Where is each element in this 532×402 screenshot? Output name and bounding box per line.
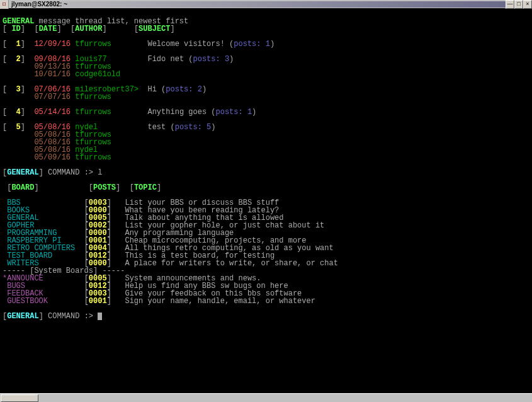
terminal[interactable]: GENERAL message thread list, newest firs… (0, 9, 532, 393)
window-title: jlyman@SX2802: ~ (9, 1, 506, 8)
minimize-button[interactable]: — (506, 0, 514, 9)
taskbar[interactable] (0, 393, 532, 402)
app-icon: ⌑ (0, 0, 9, 9)
taskbar-button[interactable] (1, 394, 38, 402)
maximize-button[interactable]: □ (514, 0, 523, 9)
close-button[interactable]: × (523, 0, 532, 9)
cursor (98, 313, 102, 320)
titlebar[interactable]: ⌑ jlyman@SX2802: ~ — □ × (0, 0, 532, 9)
